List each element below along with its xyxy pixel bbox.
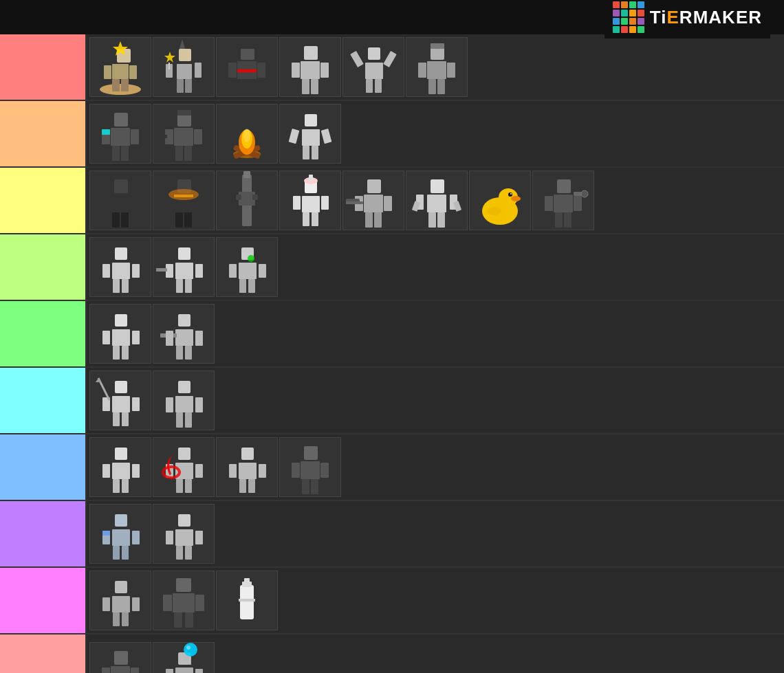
svg-rect-1 bbox=[112, 64, 129, 79]
tier-items-bad bbox=[87, 368, 784, 433]
list-item[interactable] bbox=[216, 437, 278, 497]
svg-rect-103 bbox=[374, 212, 382, 228]
list-item[interactable] bbox=[89, 437, 151, 497]
list-item[interactable] bbox=[153, 371, 215, 430]
svg-rect-12 bbox=[177, 79, 184, 93]
svg-rect-22 bbox=[248, 79, 255, 94]
list-item[interactable] bbox=[153, 37, 215, 97]
svg-rect-73 bbox=[102, 196, 110, 211]
svg-rect-122 bbox=[545, 196, 553, 211]
list-item[interactable] bbox=[279, 170, 341, 230]
tier-row-mid bbox=[0, 301, 784, 368]
svg-rect-175 bbox=[112, 463, 130, 479]
tier-items-trash bbox=[87, 434, 784, 500]
svg-rect-152 bbox=[113, 346, 120, 360]
svg-rect-201 bbox=[115, 514, 127, 527]
list-item[interactable] bbox=[153, 304, 215, 364]
svg-rect-30 bbox=[311, 79, 318, 94]
svg-rect-128 bbox=[112, 263, 130, 279]
list-item[interactable] bbox=[89, 37, 151, 97]
svg-rect-20 bbox=[257, 63, 265, 78]
svg-rect-24 bbox=[241, 43, 254, 49]
svg-rect-44 bbox=[111, 128, 130, 146]
svg-rect-90 bbox=[302, 196, 320, 212]
list-item[interactable] bbox=[342, 170, 404, 230]
svg-rect-11 bbox=[195, 63, 202, 78]
svg-rect-166 bbox=[122, 412, 129, 426]
svg-rect-182 bbox=[178, 448, 190, 460]
tier-row-decent bbox=[0, 234, 784, 301]
list-item[interactable] bbox=[216, 37, 278, 97]
svg-rect-160 bbox=[185, 346, 192, 360]
svg-rect-125 bbox=[564, 212, 571, 228]
svg-rect-98 bbox=[364, 195, 383, 212]
svg-rect-102 bbox=[365, 212, 373, 228]
list-item[interactable] bbox=[153, 104, 215, 164]
svg-rect-231 bbox=[102, 668, 110, 674]
list-item[interactable] bbox=[532, 170, 594, 230]
svg-rect-74 bbox=[131, 196, 139, 211]
svg-rect-41 bbox=[428, 79, 436, 94]
list-item[interactable] bbox=[153, 170, 215, 230]
svg-rect-37 bbox=[427, 61, 446, 79]
list-item[interactable] bbox=[89, 371, 151, 430]
svg-point-117 bbox=[508, 192, 512, 197]
list-item[interactable] bbox=[89, 642, 151, 674]
list-item[interactable] bbox=[153, 504, 215, 564]
svg-rect-110 bbox=[428, 212, 436, 228]
svg-rect-174 bbox=[185, 412, 192, 428]
list-item[interactable] bbox=[469, 170, 531, 230]
list-item[interactable] bbox=[216, 104, 278, 164]
svg-rect-227 bbox=[239, 599, 255, 602]
svg-rect-92 bbox=[293, 196, 301, 210]
tier-label-decent bbox=[0, 234, 87, 300]
svg-rect-25 bbox=[301, 61, 320, 79]
list-item[interactable] bbox=[153, 237, 215, 297]
svg-rect-162 bbox=[115, 381, 127, 393]
list-item[interactable] bbox=[153, 437, 215, 497]
svg-rect-205 bbox=[122, 546, 129, 560]
svg-rect-111 bbox=[437, 212, 445, 228]
svg-point-118 bbox=[510, 193, 512, 195]
svg-rect-124 bbox=[555, 212, 563, 228]
logo-grid bbox=[613, 1, 644, 33]
svg-rect-218 bbox=[122, 613, 129, 626]
list-item[interactable] bbox=[342, 37, 404, 97]
list-item[interactable] bbox=[89, 304, 151, 364]
svg-rect-121 bbox=[557, 179, 571, 193]
svg-rect-67 bbox=[289, 129, 300, 144]
svg-rect-134 bbox=[175, 263, 193, 279]
svg-rect-204 bbox=[113, 546, 120, 560]
tier-row-meta bbox=[0, 34, 784, 101]
list-item[interactable] bbox=[153, 571, 215, 630]
svg-rect-132 bbox=[113, 279, 120, 293]
list-item[interactable] bbox=[406, 170, 468, 230]
list-item[interactable] bbox=[279, 37, 341, 97]
svg-rect-69 bbox=[303, 146, 309, 159]
svg-rect-5 bbox=[112, 79, 120, 91]
svg-rect-143 bbox=[229, 264, 237, 278]
svg-rect-89 bbox=[243, 171, 250, 178]
list-item[interactable] bbox=[279, 437, 341, 497]
list-item[interactable] bbox=[89, 237, 151, 297]
list-item[interactable] bbox=[89, 104, 151, 164]
svg-rect-101 bbox=[384, 196, 392, 211]
svg-rect-65 bbox=[302, 129, 320, 146]
list-item[interactable] bbox=[153, 642, 215, 674]
list-item[interactable] bbox=[406, 37, 468, 97]
svg-rect-211 bbox=[176, 546, 183, 560]
svg-rect-188 bbox=[239, 463, 257, 479]
list-item[interactable] bbox=[89, 571, 151, 630]
svg-rect-45 bbox=[114, 113, 128, 126]
list-item[interactable] bbox=[279, 104, 341, 164]
list-item[interactable] bbox=[89, 170, 151, 230]
list-item[interactable] bbox=[216, 237, 278, 297]
svg-rect-230 bbox=[114, 651, 128, 665]
svg-rect-9 bbox=[179, 49, 191, 61]
svg-rect-145 bbox=[239, 279, 246, 293]
svg-rect-39 bbox=[418, 63, 426, 78]
svg-rect-106 bbox=[427, 195, 446, 212]
list-item[interactable] bbox=[216, 571, 278, 630]
list-item[interactable] bbox=[89, 504, 151, 564]
list-item[interactable] bbox=[216, 170, 278, 230]
